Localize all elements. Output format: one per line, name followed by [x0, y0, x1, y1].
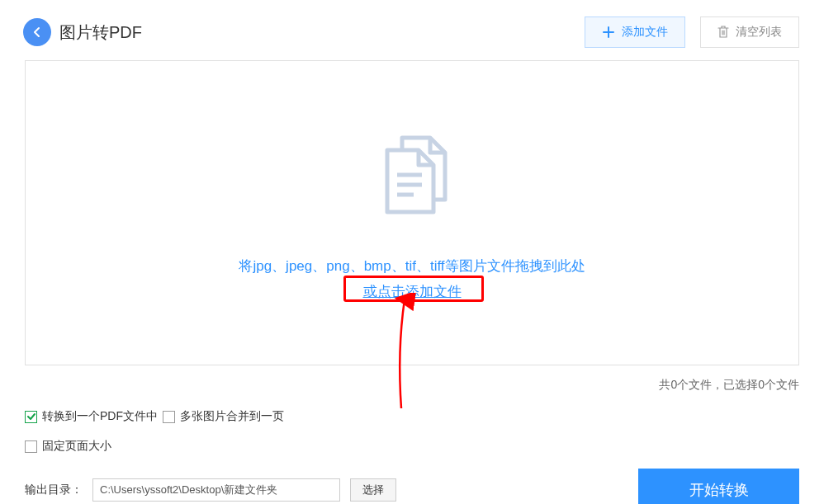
document-stack-icon	[362, 125, 462, 228]
output-path-input[interactable]	[92, 478, 340, 502]
clear-list-label: 清空列表	[736, 25, 782, 40]
start-convert-button[interactable]: 开始转换	[638, 469, 799, 504]
page-title: 图片转PDF	[59, 21, 142, 44]
fixed-page-size-label: 固定页面大小	[42, 439, 111, 454]
check-icon	[26, 412, 36, 422]
fixed-page-size-checkbox[interactable]	[25, 440, 37, 453]
merge-images-label: 多张图片合并到一页	[180, 409, 284, 424]
output-dir-label: 输出目录：	[25, 483, 83, 497]
dropzone-instruction: 将jpg、jpeg、png、bmp、tif、tiff等图片文件拖拽到此处	[239, 257, 585, 276]
dropzone-add-link[interactable]: 或点击添加文件	[363, 282, 462, 301]
plus-icon	[602, 26, 615, 39]
merge-images-checkbox[interactable]	[163, 411, 175, 423]
add-file-label: 添加文件	[622, 25, 668, 40]
clear-list-button[interactable]: 清空列表	[700, 16, 799, 48]
file-count-status: 共0个文件，已选择0个文件	[25, 378, 799, 393]
select-path-button[interactable]: 选择	[350, 478, 396, 502]
back-button[interactable]	[23, 18, 51, 46]
dropzone[interactable]: 将jpg、jpeg、png、bmp、tif、tiff等图片文件拖拽到此处 或点击…	[25, 60, 799, 365]
add-file-button[interactable]: 添加文件	[585, 16, 685, 48]
trash-icon	[717, 26, 729, 39]
merge-to-pdf-label: 转换到一个PDF文件中	[42, 409, 158, 424]
merge-to-pdf-checkbox[interactable]	[25, 411, 37, 423]
arrow-left-icon	[31, 26, 44, 39]
